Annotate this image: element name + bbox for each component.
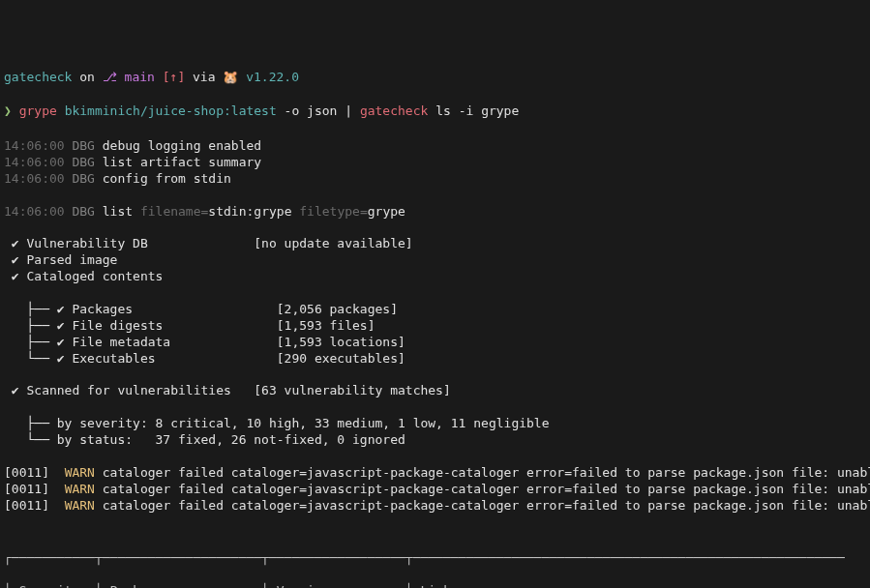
warning-line: [0011] WARN cataloger failed cataloger=j… xyxy=(4,465,866,482)
catalog-item: ├── ✔ File digests [1,593 files] xyxy=(4,318,866,335)
shell-prompt-line: gatecheck on ⎇ main [↑] via 🐹 v1.22.0 xyxy=(4,70,866,86)
cmd-tail: ls -i grype xyxy=(435,103,519,118)
catalog-item: └── ✔ Executables [290 executables] xyxy=(4,351,866,368)
table-header-row: │ Severity │ Package │ Version │ Link xyxy=(4,583,866,588)
step-line: ✔ Vulnerability DB [no update available] xyxy=(4,236,866,252)
table-border-top: ┌───────────┬─────────────────────┬─────… xyxy=(4,550,866,567)
warnings-block: [0011] WARN cataloger failed cataloger=j… xyxy=(4,465,866,514)
scanned-line: ✔ Scanned for vulnerabilities [63 vulner… xyxy=(4,383,866,399)
debug-log: 14:06:00 DBG debug logging enabled14:06:… xyxy=(4,138,866,188)
command-line[interactable]: ❯ grype bkimminich/juice-shop:latest -o … xyxy=(4,103,866,120)
step-line: ✔ Cataloged contents xyxy=(4,269,866,285)
cmd-gatecheck: gatecheck xyxy=(360,103,428,118)
scan-details: ├── by severity: 8 critical, 10 high, 33… xyxy=(4,416,866,449)
cmd-grype: grype xyxy=(19,103,57,118)
scan-detail-line: └── by status: 37 fixed, 26 not-fixed, 0… xyxy=(4,432,866,449)
vuln-table: ┌───────────┬─────────────────────┬─────… xyxy=(4,535,866,589)
debug-line: 14:06:00 DBG config from stdin xyxy=(4,171,866,188)
project-name: gatecheck xyxy=(4,70,72,84)
lang-icon: 🐹 xyxy=(223,70,238,84)
cmd-image: bkimminich/juice-shop:latest xyxy=(65,103,277,118)
branch-icon: ⎇ xyxy=(103,70,117,84)
debug-line: 14:06:00 DBG debug logging enabled xyxy=(4,138,866,155)
prompt-char: ❯ xyxy=(4,103,12,118)
catalog-item: ├── ✔ Packages [2,056 packages] xyxy=(4,302,866,318)
branch-status: [↑] xyxy=(163,70,185,84)
scan-detail-line: ├── by severity: 8 critical, 10 high, 33… xyxy=(4,416,866,432)
catalog-item: ├── ✔ File metadata [1,593 locations] xyxy=(4,335,866,351)
cmd-opts: -o json | xyxy=(285,103,352,118)
catalog-tree: ├── ✔ Packages [2,056 packages] ├── ✔ Fi… xyxy=(4,302,866,368)
debug-line: 14:06:00 DBG list artifact summary xyxy=(4,155,866,171)
progress-steps: ✔ Vulnerability DB [no update available]… xyxy=(4,236,866,285)
step-line: ✔ Parsed image xyxy=(4,252,866,269)
lang-version: v1.22.0 xyxy=(246,70,299,84)
branch-name: main xyxy=(125,70,155,84)
warning-line: [0011] WARN cataloger failed cataloger=j… xyxy=(4,498,866,514)
warning-line: [0011] WARN cataloger failed cataloger=j… xyxy=(4,482,866,498)
list-log-line: 14:06:00 DBG list filename=stdin:grype f… xyxy=(4,204,866,220)
